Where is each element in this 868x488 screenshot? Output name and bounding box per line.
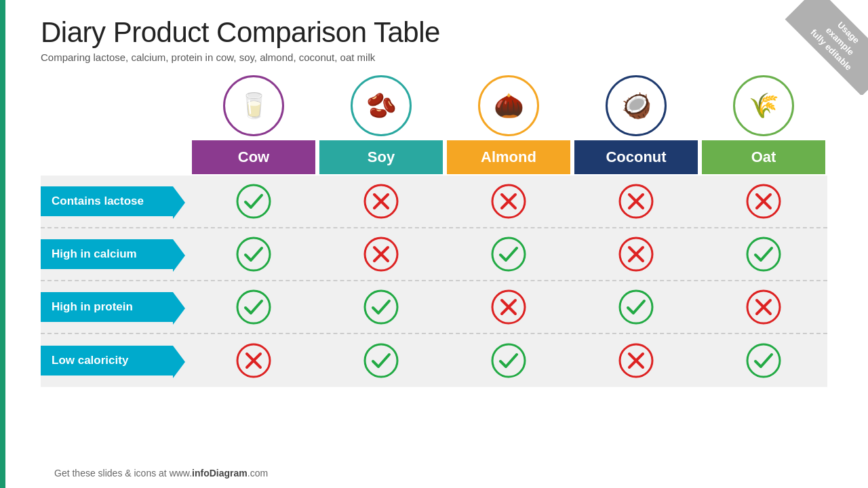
usage-ribbon: Usageexamplefully editable: [773, 0, 868, 95]
row-cells-2: [190, 283, 827, 331]
cell-3-3: [572, 336, 700, 385]
row-label-2: High in protein: [41, 292, 173, 322]
svg-point-17: [492, 238, 525, 270]
svg-point-35: [492, 344, 525, 377]
icon-col-soy: 🫘: [317, 75, 445, 140]
svg-point-0: [237, 185, 270, 218]
cross-svg: [618, 343, 654, 378]
cross-svg: [491, 289, 526, 325]
svg-point-39: [747, 344, 780, 377]
header-coconut: Coconut: [574, 140, 698, 174]
svg-point-23: [365, 291, 397, 323]
cell-1-1: [317, 230, 445, 279]
header-oat: Oat: [702, 140, 825, 174]
check-svg: [746, 343, 781, 378]
cell-0-3: [572, 177, 700, 226]
svg-point-21: [747, 238, 780, 270]
row-label-0: Contains lactose: [41, 186, 173, 216]
row-label-wrapper-1: High in calcium: [41, 239, 190, 269]
icon-col-coconut: 🥥: [572, 75, 700, 140]
icon-col-almond: 🌰: [445, 75, 572, 140]
data-table: Contains lactose High in calcium High in…: [41, 176, 827, 387]
check-svg: [363, 343, 399, 378]
header-almond: Almond: [447, 140, 570, 174]
usage-ribbon-text: Usageexamplefully editable: [785, 0, 868, 95]
cross-svg: [363, 184, 399, 219]
cell-1-4: [700, 230, 827, 279]
left-accent-bar: [0, 0, 5, 488]
cross-svg: [746, 289, 781, 325]
svg-point-22: [237, 291, 270, 323]
row-cells-0: [190, 177, 827, 226]
cell-2-4: [700, 283, 827, 331]
cell-3-2: [445, 336, 572, 385]
cell-1-0: [190, 230, 317, 279]
check-svg: [236, 184, 271, 219]
svg-point-34: [365, 344, 397, 377]
header-cow: Cow: [192, 140, 315, 174]
cross-svg: [618, 184, 654, 219]
row-label-1: High in calcium: [41, 239, 173, 269]
cross-svg: [746, 184, 781, 219]
cell-2-1: [317, 283, 445, 331]
row-cells-1: [190, 230, 827, 279]
row-label-3: Low caloricity: [41, 346, 173, 375]
check-svg: [236, 237, 271, 272]
check-svg: [746, 237, 781, 272]
check-svg: [491, 237, 526, 272]
cell-3-1: [317, 336, 445, 385]
check-svg: [618, 289, 654, 325]
cow-icon: 🥛: [223, 75, 284, 136]
table-row: Low caloricity: [41, 334, 827, 387]
comparison-table: 🥛🫘🌰🥥🌾 CowSoyAlmondCoconutOat Contains la…: [41, 75, 827, 387]
cell-1-3: [572, 230, 700, 279]
soy-icon: 🫘: [351, 75, 412, 136]
header-soy: Soy: [319, 140, 443, 174]
icon-col-cow: 🥛: [190, 75, 317, 140]
table-row: High in protein: [41, 281, 827, 334]
cross-svg: [363, 237, 399, 272]
cross-svg: [236, 343, 271, 378]
page-title: Diary Product Comparison Table: [41, 16, 827, 49]
row-label-wrapper-3: Low caloricity: [41, 346, 190, 375]
cell-3-0: [190, 336, 317, 385]
coconut-icon: 🥥: [606, 75, 667, 136]
check-svg: [363, 289, 399, 325]
cell-0-0: [190, 177, 317, 226]
header-row: CowSoyAlmondCoconutOat: [190, 140, 827, 174]
cell-0-1: [317, 177, 445, 226]
page-subtitle: Comparing lactose, calcium, protein in c…: [41, 52, 827, 63]
check-svg: [236, 289, 271, 325]
cell-0-2: [445, 177, 572, 226]
almond-icon: 🌰: [478, 75, 539, 136]
cell-2-0: [190, 283, 317, 331]
cross-svg: [618, 237, 654, 272]
row-cells-3: [190, 336, 827, 385]
table-row: Contains lactose: [41, 176, 827, 228]
cell-1-2: [445, 230, 572, 279]
footer: Get these slides & icons at www.infoDiag…: [54, 468, 268, 479]
cross-svg: [491, 184, 526, 219]
cell-2-3: [572, 283, 700, 331]
row-label-wrapper-0: Contains lactose: [41, 186, 190, 216]
cell-0-4: [700, 177, 827, 226]
svg-point-13: [237, 238, 270, 270]
icons-row: 🥛🫘🌰🥥🌾: [190, 75, 827, 140]
cell-3-4: [700, 336, 827, 385]
check-svg: [491, 343, 526, 378]
svg-point-27: [620, 291, 652, 323]
row-label-wrapper-2: High in protein: [41, 292, 190, 322]
table-row: High in calcium: [41, 228, 827, 281]
cell-2-2: [445, 283, 572, 331]
